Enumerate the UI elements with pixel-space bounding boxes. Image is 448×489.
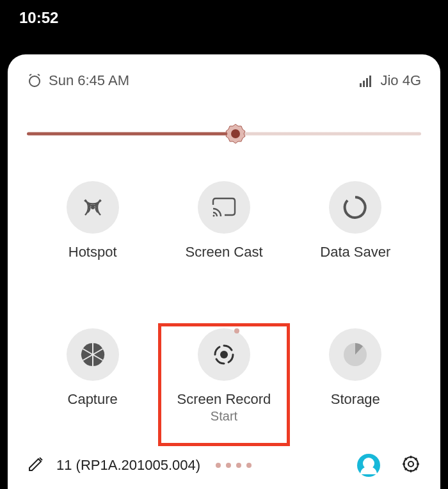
status-bar-time: 10:52	[19, 9, 58, 27]
data-saver-icon	[329, 181, 381, 234]
storage-icon	[329, 328, 381, 381]
tile-label: Screen Record	[177, 392, 271, 406]
panel-time: Sun 6:45 AM	[49, 72, 129, 89]
tiles-grid: Hotspot Screen Cast Data Saver	[27, 177, 421, 444]
tile-label: Hotspot	[68, 245, 117, 259]
signal-icon	[360, 74, 374, 87]
edit-icon[interactable]	[27, 455, 45, 476]
record-icon	[198, 328, 250, 381]
svg-rect-2	[363, 81, 365, 87]
svg-rect-4	[369, 76, 371, 87]
tile-screen-cast[interactable]: Screen Cast	[158, 177, 289, 280]
tile-capture[interactable]: Capture	[27, 325, 158, 444]
svg-rect-1	[360, 83, 362, 87]
brightness-slider[interactable]	[27, 121, 421, 147]
svg-point-6	[231, 129, 240, 138]
panel-header: Sun 6:45 AM Jio 4G	[27, 72, 421, 89]
dot	[246, 463, 252, 468]
tile-data-saver[interactable]: Data Saver	[290, 177, 421, 280]
svg-point-8	[212, 215, 214, 217]
tile-hotspot[interactable]: Hotspot	[27, 177, 158, 280]
dot	[236, 463, 241, 468]
dot	[226, 463, 231, 468]
slider-track	[27, 132, 421, 136]
network-label: Jio 4G	[380, 72, 421, 89]
tile-screen-record[interactable]: Screen Record Start	[158, 325, 289, 444]
dot	[216, 463, 221, 468]
svg-point-17	[408, 461, 413, 467]
notification-dot	[234, 328, 239, 333]
svg-rect-3	[366, 78, 368, 87]
cast-icon	[198, 181, 250, 234]
tile-label: Screen Cast	[185, 245, 262, 259]
tile-sublabel: Start	[177, 409, 271, 424]
gear-icon[interactable]	[401, 454, 421, 477]
aperture-icon	[67, 328, 119, 381]
tile-storage[interactable]: Storage	[290, 325, 421, 444]
status-bar: 10:52	[0, 0, 448, 35]
bottom-bar: 11 (RP1A.201005.004)	[27, 444, 421, 477]
svg-point-0	[29, 76, 40, 86]
tile-label: Storage	[331, 392, 380, 406]
brightness-icon[interactable]	[225, 123, 246, 145]
tile-label: Capture	[68, 392, 118, 406]
page-dots	[216, 463, 252, 468]
svg-point-18	[404, 457, 418, 471]
svg-point-15	[220, 351, 228, 358]
user-avatar-icon[interactable]	[357, 454, 380, 477]
alarm-icon	[27, 73, 42, 88]
quick-settings-panel: Sun 6:45 AM Jio 4G	[8, 54, 440, 489]
tile-label: Data Saver	[320, 245, 390, 259]
build-number: 11 (RP1A.201005.004)	[56, 457, 200, 474]
hotspot-icon	[67, 181, 119, 234]
